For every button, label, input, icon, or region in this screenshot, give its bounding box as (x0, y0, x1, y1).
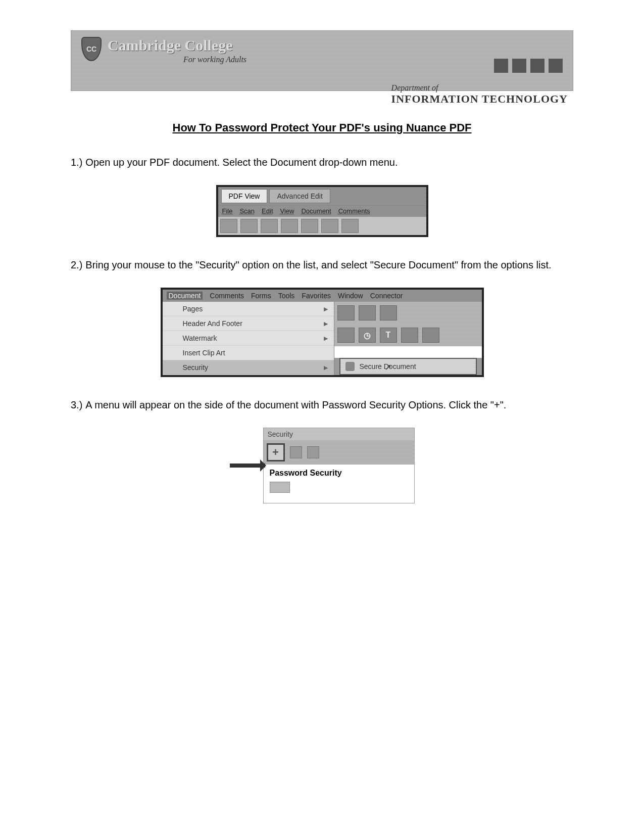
tab-pdf-view[interactable]: PDF View (221, 189, 268, 203)
menu-edit[interactable]: Edit (262, 207, 273, 215)
lock-icon (345, 362, 355, 371)
menu-scan[interactable]: Scan (239, 207, 255, 215)
submenu-arrow-icon: ▶ (324, 320, 328, 327)
submenu-arrow-icon: ▶ (324, 364, 328, 371)
nuance-icon[interactable]: ◷ (359, 328, 376, 343)
menu-connector[interactable]: Connector (370, 292, 403, 300)
security-panel-title: Security (264, 428, 414, 440)
step-number: 2.) (71, 257, 82, 272)
step-2: 2.) Bring your mouse to the "Security" o… (71, 257, 573, 272)
step-number: 3.) (71, 397, 82, 412)
menu-item-security[interactable]: Security▶ (163, 360, 334, 375)
right-toolbar-2: ◷ T (334, 324, 482, 346)
step-number: 1.) (71, 155, 82, 170)
menu-item-header-footer[interactable]: Header And Footer▶ (163, 316, 334, 331)
document-area (334, 346, 482, 358)
menu-tools[interactable]: Tools (278, 292, 295, 300)
screenshot-2: Document Comments Forms Tools Favorites … (161, 288, 484, 377)
screenshot-1: PDF View Advanced Edit File Scan Edit Vi… (216, 185, 428, 237)
document-dropdown: Pages▶ Header And Footer▶ Watermark▶ Ins… (163, 302, 334, 375)
toolbar-button[interactable] (321, 219, 338, 233)
department-prefix: Department of (391, 83, 568, 92)
toolbar-button[interactable] (359, 305, 376, 320)
toolbar-button[interactable] (240, 219, 258, 233)
menu-item-secure-document[interactable]: Secure Document (360, 362, 416, 370)
app-tab-row: PDF View Advanced Edit (218, 187, 426, 205)
document-title: How To Password Protect Your PDF's using… (71, 121, 573, 134)
step-body: Bring your mouse to the "Security" optio… (85, 257, 573, 272)
menu-favorites[interactable]: Favorites (302, 292, 331, 300)
menu-forms[interactable]: Forms (251, 292, 271, 300)
letterhead-banner: CC Cambridge College For working Adults … (71, 30, 573, 91)
toolbar-button[interactable] (337, 305, 355, 320)
menu-document[interactable]: Document (301, 207, 331, 215)
menu-view[interactable]: View (280, 207, 294, 215)
password-security-section: Password Security (264, 465, 414, 503)
department-name: INFORMATION TECHNOLOGY (391, 92, 568, 106)
text-tool-icon[interactable]: T (380, 328, 397, 343)
security-submenu: Secure Document (339, 358, 477, 375)
step-3: 3.) A menu will appear on the side of th… (71, 397, 573, 412)
toolbar-button[interactable] (220, 219, 237, 233)
toolbar-button[interactable] (301, 219, 318, 233)
college-name: Cambridge College (108, 37, 246, 54)
menu-window[interactable]: Window (338, 292, 363, 300)
security-scheme-thumbnail[interactable] (270, 482, 290, 493)
banner-decorative-icons (494, 59, 563, 73)
screenshot-3: Security + Password Security (71, 428, 573, 503)
menu-document[interactable]: Document (167, 292, 203, 300)
toolbar (218, 217, 426, 235)
menu-comments[interactable]: Comments (210, 292, 244, 300)
toolbar-button[interactable] (401, 328, 418, 343)
toolbar-button[interactable] (380, 305, 397, 320)
step-body: A menu will appear on the side of the do… (85, 397, 573, 412)
add-security-button[interactable]: + (267, 443, 285, 461)
submenu-arrow-icon: ▶ (324, 335, 328, 342)
toolbar-button[interactable] (337, 328, 355, 343)
toolbar-button[interactable] (261, 219, 278, 233)
menu-bar: File Scan Edit View Document Comments (218, 205, 426, 217)
menu-file[interactable]: File (222, 207, 233, 215)
delete-icon[interactable] (290, 446, 302, 458)
step-body: Open up your PDF document. Select the Do… (85, 155, 573, 170)
menu-item-watermark[interactable]: Watermark▶ (163, 331, 334, 346)
menu-comments[interactable]: Comments (338, 207, 370, 215)
step-1: 1.) Open up your PDF document. Select th… (71, 155, 573, 170)
toolbar-button[interactable] (341, 219, 359, 233)
toolbar-button[interactable] (281, 219, 298, 233)
gear-icon[interactable] (307, 446, 319, 458)
tab-advanced-edit[interactable]: Advanced Edit (269, 189, 330, 203)
menu-bar: Document Comments Forms Tools Favorites … (163, 290, 482, 302)
callout-arrow-icon (230, 464, 265, 468)
menu-item-pages[interactable]: Pages▶ (163, 302, 334, 316)
menu-item-clipart[interactable]: Insert Clip Art (163, 346, 334, 360)
security-panel-toolbar: + (264, 440, 414, 465)
submenu-arrow-icon: ▶ (324, 306, 328, 312)
college-shield-icon: CC (81, 37, 102, 61)
right-toolbar-1 (334, 302, 482, 324)
toolbar-button[interactable] (422, 328, 439, 343)
college-tagline: For working Adults (183, 55, 246, 64)
